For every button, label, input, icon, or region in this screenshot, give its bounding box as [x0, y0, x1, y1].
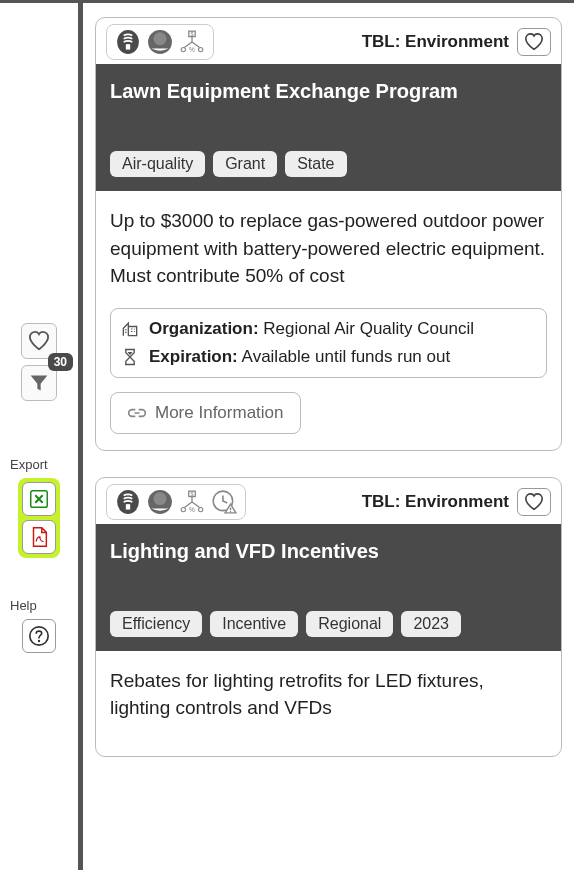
bulb-icon: [113, 27, 143, 57]
heart-icon: [524, 493, 544, 511]
globe-hand-icon: [145, 487, 175, 517]
card-category-icons: $%: [106, 24, 214, 60]
program-card: $% TBL: Environment Lawn Equipment Excha…: [95, 17, 562, 451]
svg-text:$: $: [190, 491, 193, 497]
money-flow-icon: $%: [177, 487, 207, 517]
card-title: Lawn Equipment Exchange Program: [110, 80, 547, 103]
export-pdf-button[interactable]: [22, 520, 56, 554]
program-card: $% TBL: Environment Lighting and: [95, 477, 562, 757]
card-title: Lighting and VFD Incentives: [110, 540, 547, 563]
sidebar: 30 Export Hel: [0, 3, 78, 870]
tag: Regional: [306, 611, 393, 637]
link-icon: [127, 406, 147, 420]
organization-value: Regional Air Quality Council: [263, 319, 474, 338]
building-icon: [119, 318, 141, 340]
filter-icon: [29, 373, 49, 393]
money-flow-icon: $%: [177, 27, 207, 57]
excel-icon: [28, 488, 50, 510]
tag: Air-quality: [110, 151, 205, 177]
hourglass-icon: [119, 346, 141, 368]
more-information-button[interactable]: More Information: [110, 392, 301, 434]
tag: Efficiency: [110, 611, 202, 637]
tag-row: Air-quality Grant State: [110, 151, 547, 177]
heart-icon: [28, 331, 50, 351]
expiration-label: Expiration:: [149, 347, 238, 366]
svg-rect-13: [126, 504, 130, 509]
svg-text:$: $: [190, 31, 193, 37]
more-information-label: More Information: [155, 403, 284, 423]
card-favorite-button[interactable]: [517, 488, 551, 516]
expiration-row: Expiration: Available until funds run ou…: [119, 343, 538, 371]
svg-point-15: [154, 492, 167, 505]
organization-label: Organization:: [149, 319, 259, 338]
tag: State: [285, 151, 346, 177]
expiration-value: Available until funds run out: [242, 347, 451, 366]
svg-point-9: [181, 47, 185, 51]
organization-row: Organization: Regional Air Quality Counc…: [119, 315, 538, 343]
export-group: [18, 478, 60, 558]
question-icon: [28, 625, 50, 647]
tbl-label: TBL: Environment: [362, 32, 509, 52]
svg-point-23: [230, 510, 232, 512]
card-description: Rebates for lighting retrofits for LED f…: [110, 667, 547, 722]
bulb-icon: [113, 487, 143, 517]
svg-text:%: %: [189, 505, 195, 512]
tag: Grant: [213, 151, 277, 177]
card-category-icons: $%: [106, 484, 246, 520]
tag-row: Efficiency Incentive Regional 2023: [110, 611, 547, 637]
card-description: Up to $3000 to replace gas-powered outdo…: [110, 207, 547, 290]
help-button[interactable]: [22, 619, 56, 653]
card-info-box: Organization: Regional Air Quality Counc…: [110, 308, 547, 378]
heart-icon: [524, 33, 544, 51]
tag: Incentive: [210, 611, 298, 637]
tbl-label: TBL: Environment: [362, 492, 509, 512]
svg-point-2: [38, 640, 40, 642]
tag: 2023: [401, 611, 461, 637]
clock-alert-icon: [209, 487, 239, 517]
help-section-label: Help: [0, 598, 37, 613]
svg-rect-4: [126, 44, 130, 49]
card-favorite-button[interactable]: [517, 28, 551, 56]
svg-point-18: [181, 507, 185, 511]
export-section-label: Export: [0, 457, 48, 472]
svg-point-11: [199, 47, 203, 51]
svg-text:%: %: [189, 46, 195, 53]
globe-hand-icon: [145, 27, 175, 57]
main-content: $% TBL: Environment Lawn Equipment Excha…: [83, 3, 574, 870]
export-excel-button[interactable]: [22, 482, 56, 516]
pdf-icon: [28, 526, 50, 548]
svg-point-6: [154, 32, 167, 45]
svg-point-20: [199, 507, 203, 511]
filter-count-badge: 30: [48, 353, 73, 371]
